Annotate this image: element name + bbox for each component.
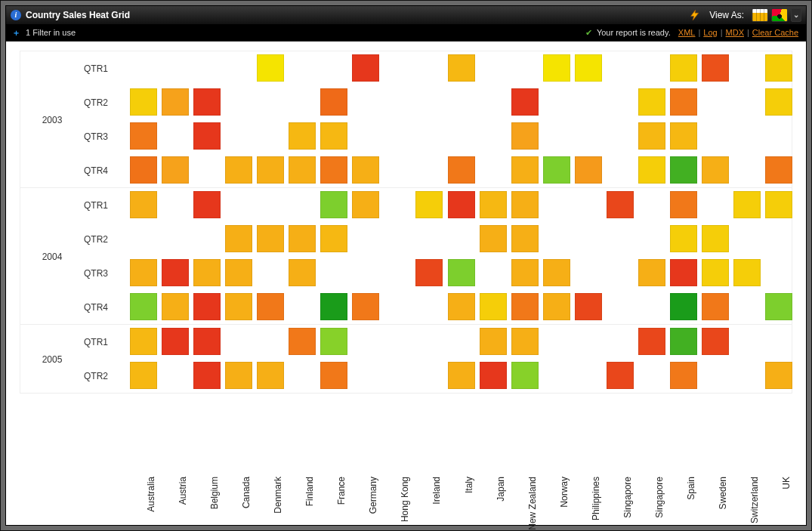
heat-cell[interactable] [448,293,475,320]
link-log[interactable]: Log [703,28,717,37]
heat-cell[interactable] [257,156,284,184]
heat-cell[interactable] [638,88,665,116]
heat-cell[interactable] [511,88,539,116]
heat-cell[interactable] [289,122,316,150]
heat-cell[interactable] [543,259,570,286]
heat-cell[interactable] [702,328,729,355]
heat-cell[interactable] [193,122,221,150]
heat-cell[interactable] [765,54,792,82]
heat-cell[interactable] [670,122,697,150]
heat-cell[interactable] [225,362,252,389]
heat-cell[interactable] [320,225,347,252]
heat-cell[interactable] [130,122,157,150]
heat-cell[interactable] [765,293,792,320]
heat-cell[interactable] [702,225,729,252]
heat-cell[interactable] [320,156,347,184]
heat-cell[interactable] [575,54,602,82]
heat-cell[interactable] [225,259,252,286]
heat-cell[interactable] [162,328,189,355]
heat-cell[interactable] [702,156,729,184]
heat-cell[interactable] [320,362,347,389]
heat-cell[interactable] [670,156,697,184]
heat-cell[interactable] [162,259,189,286]
heat-cell[interactable] [543,156,570,184]
heat-cell[interactable] [670,328,697,355]
heat-cell[interactable] [415,259,443,286]
heat-cell[interactable] [415,191,443,218]
heat-cell[interactable] [257,225,284,252]
heat-cell[interactable] [193,362,221,389]
heat-cell[interactable] [257,362,284,389]
heat-cell[interactable] [607,191,634,218]
heat-cell[interactable] [638,122,665,150]
heat-cell[interactable] [543,293,570,320]
heat-cell[interactable] [320,328,347,355]
heat-cell[interactable] [575,293,602,320]
heat-cell[interactable] [480,293,507,320]
heat-cell[interactable] [257,293,284,320]
heat-cell[interactable] [130,362,157,389]
heat-cell[interactable] [638,259,665,286]
lightning-icon[interactable] [688,9,702,21]
heat-cell[interactable] [225,293,252,320]
heat-cell[interactable] [193,293,221,320]
heat-cell[interactable] [480,225,507,252]
heat-cell[interactable] [733,259,761,286]
heat-cell[interactable] [448,156,475,184]
add-filter-icon[interactable]: ＋ [11,27,21,38]
heat-cell[interactable] [607,362,634,389]
heat-cell[interactable] [162,88,189,116]
heat-cell[interactable] [511,328,539,355]
heat-cell[interactable] [257,54,284,82]
heat-cell[interactable] [162,293,189,320]
heat-cell[interactable] [702,54,729,82]
heat-cell[interactable] [448,54,475,82]
link-clear-cache[interactable]: Clear Cache [752,28,798,37]
heat-cell[interactable] [225,225,252,252]
heat-cell[interactable] [670,293,697,320]
heat-cell[interactable] [511,225,539,252]
heat-cell[interactable] [765,191,792,218]
heat-cell[interactable] [193,88,221,116]
view-as-dropdown-icon[interactable]: ⌄ [791,8,801,22]
heat-cell[interactable] [480,191,507,218]
heat-cell[interactable] [670,54,697,82]
heat-cell[interactable] [320,191,347,218]
heat-cell[interactable] [289,156,316,184]
heat-cell[interactable] [733,191,761,218]
heat-cell[interactable] [511,362,539,389]
heat-cell[interactable] [289,225,316,252]
heat-cell[interactable] [225,156,252,184]
heat-cell[interactable] [130,259,157,286]
heat-cell[interactable] [765,362,792,389]
heat-cell[interactable] [448,362,475,389]
heat-cell[interactable] [130,328,157,355]
view-as-table-icon[interactable] [752,8,768,22]
heat-cell[interactable] [511,191,539,218]
heat-cell[interactable] [193,328,221,355]
heat-cell[interactable] [130,191,157,218]
link-xml[interactable]: XML [678,28,696,37]
heat-cell[interactable] [638,156,665,184]
heat-cell[interactable] [352,156,379,184]
heat-cell[interactable] [480,328,507,355]
heat-cell[interactable] [511,293,539,320]
info-icon[interactable]: i [11,10,21,20]
heat-cell[interactable] [480,362,507,389]
view-as-gauge-icon[interactable] [771,8,788,22]
heat-cell[interactable] [670,362,697,389]
heat-cell[interactable] [670,259,697,286]
heat-cell[interactable] [670,225,697,252]
heat-cell[interactable] [130,156,157,184]
heat-cell[interactable] [511,122,539,150]
heat-cell[interactable] [765,88,792,116]
heat-cell[interactable] [670,191,697,218]
heat-cell[interactable] [670,88,697,116]
heat-cell[interactable] [511,259,539,286]
heat-cell[interactable] [162,156,189,184]
heat-cell[interactable] [511,156,539,184]
heat-cell[interactable] [320,122,347,150]
heat-cell[interactable] [320,88,347,116]
heat-cell[interactable] [130,88,157,116]
heat-cell[interactable] [702,293,729,320]
